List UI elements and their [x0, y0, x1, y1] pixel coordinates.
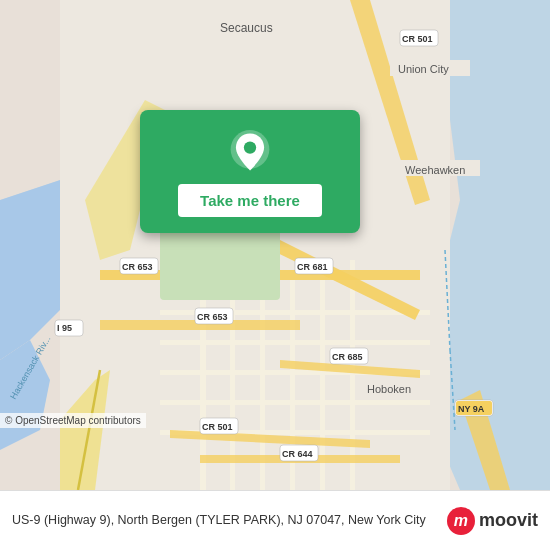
moovit-wordmark: moovit [479, 510, 538, 531]
svg-text:NY 9A: NY 9A [458, 404, 485, 414]
svg-rect-14 [160, 400, 430, 405]
svg-rect-12 [160, 340, 430, 345]
svg-text:Secaucus: Secaucus [220, 21, 273, 35]
svg-text:CR 653: CR 653 [197, 312, 228, 322]
location-text: US-9 (Highway 9), North Bergen (TYLER PA… [12, 512, 447, 529]
svg-text:I 95: I 95 [57, 323, 72, 333]
osm-attribution: © OpenStreetMap contributors [0, 413, 146, 428]
svg-text:CR 681: CR 681 [297, 262, 328, 272]
svg-text:Hoboken: Hoboken [367, 383, 411, 395]
take-me-there-button[interactable]: Take me there [178, 184, 322, 217]
svg-text:CR 685: CR 685 [332, 352, 363, 362]
svg-text:Weehawken: Weehawken [405, 164, 465, 176]
svg-point-59 [244, 141, 256, 153]
svg-text:Union City: Union City [398, 63, 449, 75]
popup-card: Take me there [140, 110, 360, 233]
bottom-bar: US-9 (Highway 9), North Bergen (TYLER PA… [0, 490, 550, 550]
svg-text:CR 501: CR 501 [202, 422, 233, 432]
svg-text:CR 501: CR 501 [402, 34, 433, 44]
location-pin-icon [228, 130, 272, 174]
moovit-icon: m [447, 507, 475, 535]
svg-text:CR 653: CR 653 [122, 262, 153, 272]
svg-text:CR 644: CR 644 [282, 449, 313, 459]
moovit-logo: m moovit [447, 507, 538, 535]
map-container: Secaucus Union City Weehawken Hoboken CR… [0, 0, 550, 490]
